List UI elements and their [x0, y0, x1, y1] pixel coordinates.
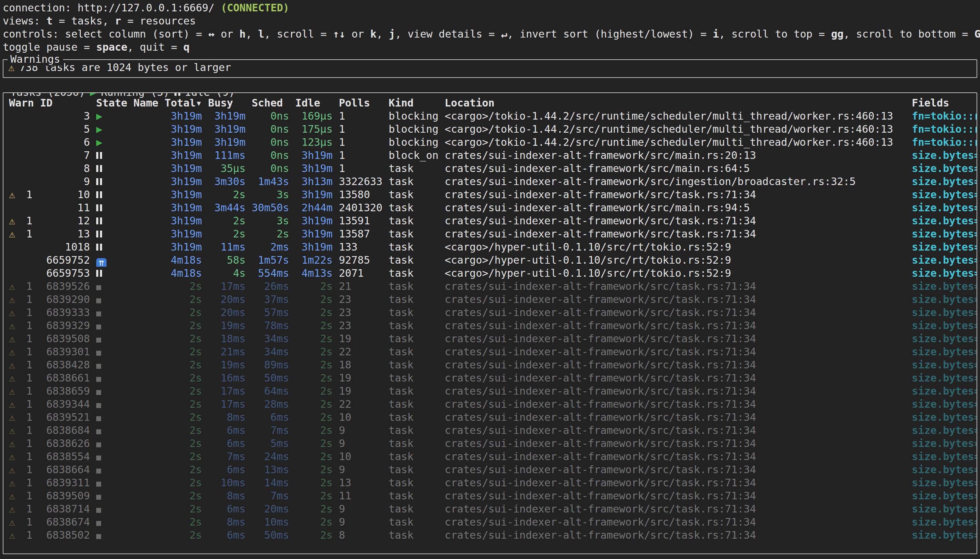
- task-row[interactable]: ⚠ 16838661■2s16ms50ms2s19taskcrates/sui-…: [3, 372, 977, 385]
- cell-warn: ⚠ 1: [9, 424, 34, 437]
- task-row[interactable]: ⚠ 16839311■2s10ms14ms2s13taskcrates/sui-…: [3, 476, 977, 490]
- cell-polls: 2401320: [339, 201, 382, 214]
- cell-warn: ⚠ 1: [9, 214, 34, 227]
- task-row[interactable]: ⚠ 16839290■2s20ms37ms2s23taskcrates/sui-…: [3, 293, 977, 306]
- cell-polls: 11: [339, 490, 382, 503]
- column-header-idle[interactable]: Idle: [295, 96, 333, 109]
- cell-name: [134, 201, 158, 214]
- cell-name: [134, 162, 158, 175]
- cell-busy: 8ms: [208, 411, 245, 424]
- column-header-polls[interactable]: Polls: [339, 96, 382, 109]
- cell-id: 6839329: [40, 319, 89, 332]
- completed-icon: ■: [96, 322, 101, 331]
- cell-state: ■: [96, 332, 127, 345]
- task-row[interactable]: 66597534m18s4s554ms4m13s2071task<cargo>/…: [3, 267, 977, 280]
- cell-idle: 3h19m: [295, 241, 333, 254]
- warning-icon: ⚠: [9, 189, 15, 200]
- running-count-label: Running (3): [101, 93, 170, 99]
- column-header-loc[interactable]: Location: [445, 96, 906, 109]
- completed-icon: ■: [96, 400, 101, 410]
- task-row[interactable]: ⚠ 16839526■2s17ms26ms2s21taskcrates/sui-…: [3, 280, 977, 293]
- cell-sched: 1m43s: [252, 175, 289, 188]
- cell-state: ■: [96, 359, 127, 372]
- cell-kind: task: [389, 175, 438, 188]
- cell-busy: 16ms: [208, 372, 245, 385]
- completed-icon: ■: [96, 505, 101, 514]
- help-header: connection: http://127.0.0.1:6669/ (CONN…: [0, 0, 980, 54]
- cell-state: [96, 214, 127, 227]
- task-row[interactable]: ⚠ 16839329■2s19ms78ms2s23taskcrates/sui-…: [3, 319, 977, 332]
- task-row[interactable]: 113h19m3m44s30m50s2h44m2401320taskcrates…: [3, 201, 977, 214]
- cell-fields: size.bytes=: [912, 214, 977, 227]
- cell-idle: 2s: [295, 345, 333, 359]
- task-row[interactable]: ⚠ 16838428■2s19ms89ms2s18taskcrates/sui-…: [3, 359, 977, 372]
- cell-polls: 3322633: [339, 175, 382, 188]
- text-segment: (CONNECTED): [221, 2, 289, 14]
- warning-icon: ⚠: [9, 463, 15, 476]
- task-row[interactable]: ⚠ 16839509■2s8ms7ms2s11taskcrates/sui-in…: [3, 490, 977, 503]
- cell-location: crates/sui-indexer-alt-framework/src/ing…: [445, 175, 906, 188]
- cell-id: 6659753: [40, 267, 89, 280]
- task-row[interactable]: ⚠ 1103h19m2s3s3h19m13580taskcrates/sui-i…: [3, 188, 977, 201]
- task-row[interactable]: ⚠ 16838684■2s6ms7ms2s9taskcrates/sui-ind…: [3, 424, 977, 437]
- cell-warn: [9, 254, 34, 267]
- task-row[interactable]: 10183h19m11ms2ms3h19m133task<cargo>/hype…: [3, 241, 977, 254]
- cell-kind: task: [389, 227, 438, 241]
- cell-name: [134, 188, 158, 201]
- warning-icon: ⚠: [9, 516, 15, 528]
- cell-fields: size.bytes=: [912, 267, 977, 280]
- text-segment: , scroll to top =: [719, 28, 831, 40]
- task-row[interactable]: ⚠ 16838554■2s7ms24ms2s10taskcrates/sui-i…: [3, 450, 977, 463]
- cell-state: [96, 267, 127, 280]
- cell-kind: task: [389, 476, 438, 490]
- task-row[interactable]: ⚠ 1123h19m2s3s3h19m13591taskcrates/sui-i…: [3, 214, 977, 227]
- cell-polls: 23: [339, 306, 382, 319]
- task-row[interactable]: 5▶3h19m3h19m0ns175µs1blocking<cargo>/tok…: [3, 123, 977, 136]
- task-row[interactable]: ⚠ 16838674■2s8ms10ms2s9taskcrates/sui-in…: [3, 516, 977, 529]
- task-row[interactable]: ⚠ 16838626■2s6ms5ms2s9taskcrates/sui-ind…: [3, 437, 977, 450]
- column-header-kind[interactable]: Kind: [389, 96, 438, 109]
- tasks-panel: Tasks (2056) ▶ Running (3) Idle (9) Warn…: [3, 93, 977, 554]
- cell-kind: task: [389, 306, 438, 319]
- task-row[interactable]: 6▶3h19m3h19m0ns123µs1blocking<cargo>/tok…: [3, 136, 977, 149]
- task-row[interactable]: 93h19m3m30s1m43s3h13m3322633taskcrates/s…: [3, 175, 977, 188]
- cell-id: 6839344: [40, 398, 89, 411]
- cell-polls: 133: [339, 241, 382, 254]
- cell-sched: 3s: [252, 188, 289, 201]
- task-row[interactable]: ⚠ 16839508■2s18ms34ms2s19taskcrates/sui-…: [3, 332, 977, 345]
- text-segment: h: [239, 28, 245, 40]
- task-row[interactable]: ⚠ 16839344■2s17ms28ms2s22taskcrates/sui-…: [3, 398, 977, 411]
- cell-idle: 2s: [295, 280, 333, 293]
- task-row[interactable]: ⚠ 16838659■2s17ms64ms2s19taskcrates/sui-…: [3, 385, 977, 398]
- task-row[interactable]: ⚠ 16838502■2s6ms50ms2s8taskcrates/sui-in…: [3, 529, 977, 542]
- task-row[interactable]: ⚠ 16839521■2s8ms6ms2s10taskcrates/sui-in…: [3, 411, 977, 424]
- cell-polls: 8: [339, 529, 382, 542]
- cell-busy: 19ms: [208, 359, 245, 372]
- task-row[interactable]: 73h19m111ms0ns3h19m1block_oncrates/sui-i…: [3, 149, 977, 162]
- cell-warn: ⚠ 1: [9, 437, 34, 450]
- task-row[interactable]: 3▶3h19m3h19m0ns169µs1blocking<cargo>/tok…: [3, 109, 977, 123]
- task-row[interactable]: ⚠ 16839301■2s21ms34ms2s22taskcrates/sui-…: [3, 345, 977, 359]
- task-row[interactable]: ⚠ 16839333■2s20ms57ms2s23taskcrates/sui-…: [3, 306, 977, 319]
- cell-sched: 0ns: [252, 123, 289, 136]
- cell-id: 6839290: [40, 293, 89, 306]
- cell-fields: size.bytes=: [912, 293, 977, 306]
- task-row[interactable]: ⚠ 16838714■2s6ms20ms2s9taskcrates/sui-in…: [3, 503, 977, 516]
- cell-id: 6839509: [40, 490, 89, 503]
- cell-name: [134, 345, 158, 359]
- cell-location: crates/sui-indexer-alt-framework/src/tas…: [445, 319, 906, 332]
- cell-kind: task: [389, 201, 438, 214]
- column-header-sched[interactable]: Sched: [252, 96, 289, 109]
- column-header-fields[interactable]: Fields: [912, 96, 977, 109]
- cell-kind: task: [389, 241, 438, 254]
- cell-fields: size.bytes=: [912, 254, 977, 267]
- task-row[interactable]: ⚠ 1133h19m2s2s3h19m13587taskcrates/sui-i…: [3, 227, 977, 241]
- warning-icon: ⚠: [9, 332, 15, 345]
- running-icon: ▶: [96, 123, 103, 135]
- cell-name: [134, 372, 158, 385]
- cell-state: ■: [96, 319, 127, 332]
- task-row[interactable]: ⚠ 16838664■2s6ms13ms2s9taskcrates/sui-in…: [3, 463, 977, 476]
- task-row[interactable]: 83h19m35µs0ns3h19m1taskcrates/sui-indexe…: [3, 162, 977, 175]
- task-row[interactable]: 6659752⇈4m18s58s1m57s1m22s92785task<carg…: [3, 254, 977, 267]
- cell-idle: 2s: [295, 503, 333, 516]
